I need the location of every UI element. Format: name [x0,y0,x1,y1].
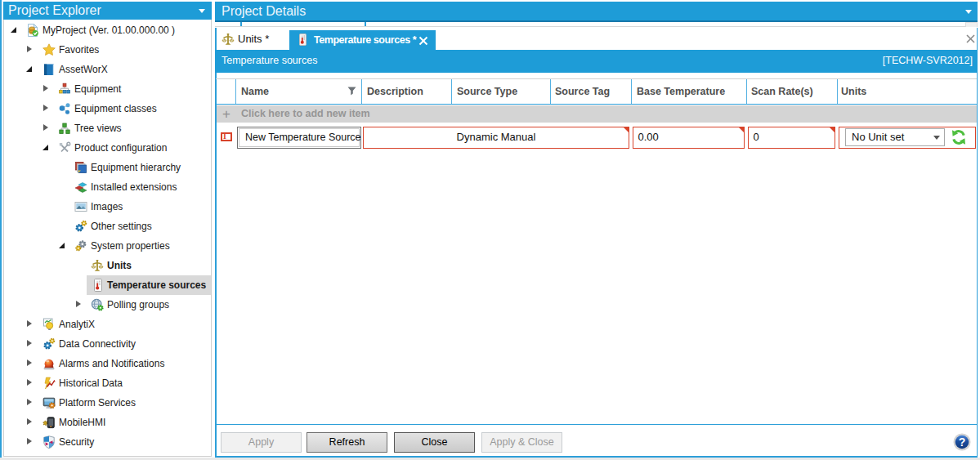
svg-text:?: ? [959,435,966,449]
